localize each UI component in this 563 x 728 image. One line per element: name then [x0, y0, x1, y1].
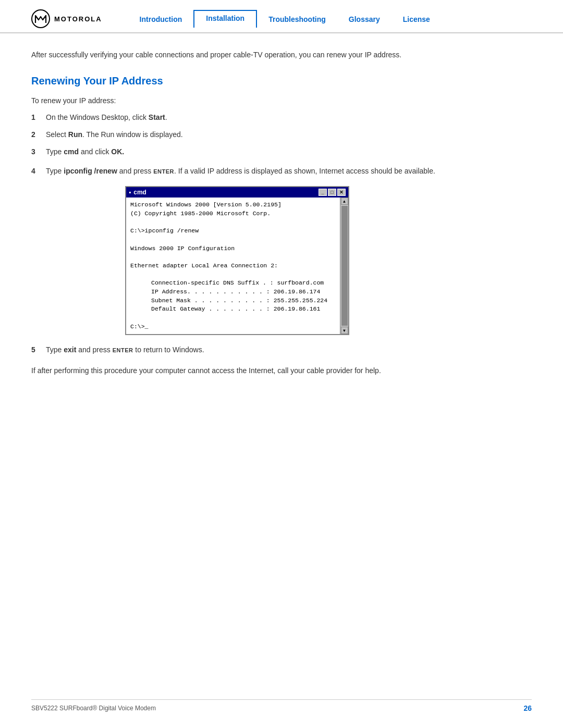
cmd-line-5: Windows 2000 IP Configuration [130, 244, 336, 253]
subtitle: To renew your IP address: [31, 96, 532, 105]
cmd-controls: _ □ ✕ [319, 189, 346, 196]
cmd-scroll-down[interactable]: ▼ [341, 327, 348, 334]
cmd-line-10: IP Address. . . . . . . . . . . : 206.19… [130, 288, 336, 297]
step-4-kbd: ENTER [153, 168, 174, 175]
cmd-line-14: C:\>_ [130, 323, 336, 331]
tab-glossary[interactable]: Glossary [337, 12, 391, 28]
step-4-container: 4 Type ipconfig /renew and press ENTER. … [31, 166, 532, 335]
step-5-bold: exit [64, 346, 76, 354]
step-1: 1 On the Windows Desktop, click Start. [31, 112, 532, 123]
steps-list: 1 On the Windows Desktop, click Start. 2… [31, 112, 532, 157]
page-number: 26 [523, 704, 532, 712]
cmd-line-11: Subnet Mask . . . . . . . . . . : 255.25… [130, 297, 336, 305]
cmd-title-icon: ▪ [129, 189, 131, 196]
step-2-number: 2 [31, 129, 46, 140]
step-4-bold1: ipconfig /renew [64, 167, 117, 175]
tab-license[interactable]: License [391, 12, 442, 28]
cmd-line-6 [130, 253, 336, 262]
nav-tabs: Introduction Installation Troubleshootin… [118, 10, 532, 28]
step-3-text-after: and click [79, 147, 111, 156]
intro-text: After successfully verifying your cable … [31, 49, 459, 60]
cmd-line-8 [130, 270, 336, 279]
step-5-number: 5 [31, 344, 46, 355]
cmd-scroll-up[interactable]: ▲ [341, 198, 348, 205]
svg-point-0 [32, 10, 50, 28]
step-5-kbd: ENTER [113, 347, 133, 353]
cmd-maximize[interactable]: □ [328, 189, 336, 196]
step-2-text-before: Select [46, 130, 68, 139]
step-3-content: Type cmd and click OK. [46, 146, 532, 157]
step-5: 5 Type exit and press ENTER to return to… [31, 344, 532, 355]
cmd-titlebar: ▪ cmd _ □ ✕ [126, 187, 348, 198]
cmd-title-left: ▪ cmd [129, 189, 146, 196]
step-1-bold: Start [149, 113, 165, 121]
footer-note: If after performing this procedure your … [31, 365, 459, 376]
step-4-text: Type [46, 167, 64, 175]
cmd-scrollbar[interactable]: ▲ ▼ [340, 198, 348, 334]
step-4-content: Type ipconfig /renew and press ENTER. If… [46, 166, 532, 177]
cmd-line-1: (C) Copyright 1985-2000 Microsoft Corp. [130, 209, 336, 218]
product-name: SBV5222 SURFboard® Digital Voice Modem [31, 705, 156, 712]
logo-text: MOTOROLA [54, 15, 102, 23]
step-5-text: Type [46, 346, 64, 354]
cmd-window: ▪ cmd _ □ ✕ Microsoft Windows 2000 [Vers… [125, 186, 349, 335]
step-2-content: Select Run. The Run window is displayed. [46, 129, 532, 140]
cmd-scroll-thumb[interactable] [341, 206, 348, 326]
cmd-minimize[interactable]: _ [319, 189, 327, 196]
step-4-middle: and press [117, 167, 153, 175]
section-title: Renewing Your IP Address [31, 75, 532, 87]
motorola-logo: MOTOROLA [31, 9, 102, 28]
cmd-line-3: C:\>ipconfig /renew [130, 227, 336, 236]
main-content: After successfully verifying your cable … [0, 33, 563, 398]
step-3-text-before: Type [46, 147, 64, 156]
step-2-bold: Run [68, 130, 82, 139]
cmd-line-9: Connection-specific DNS Suffix . : surfb… [130, 279, 336, 288]
logo-area: MOTOROLA [31, 9, 102, 28]
cmd-body-inner: Microsoft Windows 2000 [Version 5.00.219… [130, 201, 336, 331]
step-2-text-after: . The Run window is displayed. [82, 130, 183, 139]
step-4: 4 Type ipconfig /renew and press ENTER. … [31, 166, 532, 177]
header: MOTOROLA Introduction Installation Troub… [0, 0, 563, 33]
page-footer: SBV5222 SURFboard® Digital Voice Modem 2… [31, 699, 532, 712]
tab-troubleshooting[interactable]: Troubleshooting [257, 12, 337, 28]
step-1-number: 1 [31, 112, 46, 123]
cmd-body: Microsoft Windows 2000 [Version 5.00.219… [126, 198, 348, 334]
step-5-end: to return to Windows. [133, 346, 204, 354]
cmd-line-7: Ethernet adapter Local Area Connection 2… [130, 262, 336, 270]
step-1-content: On the Windows Desktop, click Start. [46, 112, 532, 123]
step-3: 3 Type cmd and click OK. [31, 146, 532, 157]
cmd-line-13 [130, 314, 336, 323]
step-1-text-after: . [165, 113, 167, 121]
tab-installation[interactable]: Installation [193, 10, 257, 28]
step-2: 2 Select Run. The Run window is displaye… [31, 129, 532, 140]
step-3-number: 3 [31, 146, 46, 157]
cmd-close[interactable]: ✕ [337, 189, 346, 196]
cmd-line-2 [130, 218, 336, 227]
step-4-end: . If a valid IP address is displayed as … [174, 167, 435, 175]
tab-introduction[interactable]: Introduction [128, 12, 194, 28]
page-wrapper: MOTOROLA Introduction Installation Troub… [0, 0, 563, 728]
cmd-line-12: Default Gateway . . . . . . . . : 206.19… [130, 305, 336, 314]
step-5-middle: and press [76, 346, 112, 354]
step-5-content: Type exit and press ENTER to return to W… [46, 344, 532, 355]
step-1-text-before: On the Windows Desktop, click [46, 113, 149, 121]
cmd-line-4 [130, 236, 336, 244]
cmd-line-0: Microsoft Windows 2000 [Version 5.00.219… [130, 201, 336, 209]
step-3-bold2: OK. [111, 147, 124, 156]
step-4-number: 4 [31, 166, 46, 177]
motorola-icon [31, 9, 50, 28]
step-3-bold: cmd [64, 147, 79, 156]
cmd-title-text: cmd [133, 189, 146, 196]
